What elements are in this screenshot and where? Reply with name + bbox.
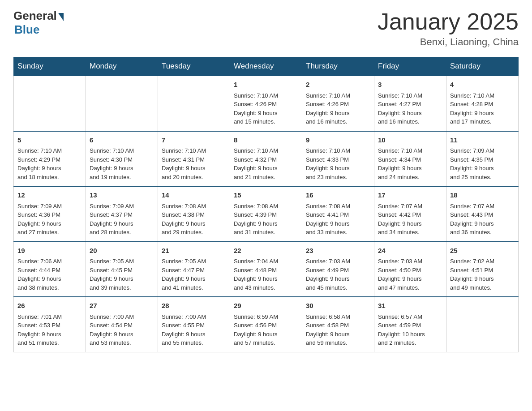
day-number: 19: [17, 246, 82, 256]
day-info: Sunrise: 7:07 AMSunset: 4:43 PMDaylight:…: [450, 202, 515, 237]
day-number: 21: [162, 246, 226, 256]
day-info: Sunrise: 7:09 AMSunset: 4:37 PMDaylight:…: [90, 202, 154, 237]
calendar-cell: 18Sunrise: 7:07 AMSunset: 4:43 PMDayligh…: [446, 186, 519, 242]
calendar-cell: 23Sunrise: 7:03 AMSunset: 4:49 PMDayligh…: [302, 242, 374, 297]
calendar-cell: 24Sunrise: 7:03 AMSunset: 4:50 PMDayligh…: [374, 242, 446, 297]
day-number: 4: [450, 80, 515, 90]
day-number: 23: [306, 246, 370, 256]
day-number: 24: [378, 246, 442, 256]
day-info: Sunrise: 7:10 AMSunset: 4:27 PMDaylight:…: [378, 91, 442, 126]
location-subtitle: Benxi, Liaoning, China: [378, 36, 519, 48]
calendar-header-saturday: Saturday: [446, 57, 519, 76]
day-info: Sunrise: 7:10 AMSunset: 4:26 PMDaylight:…: [234, 91, 298, 126]
calendar-week-row: 1Sunrise: 7:10 AMSunset: 4:26 PMDaylight…: [14, 76, 519, 131]
calendar-cell: 26Sunrise: 7:01 AMSunset: 4:53 PMDayligh…: [14, 297, 86, 352]
calendar-cell: 19Sunrise: 7:06 AMSunset: 4:44 PMDayligh…: [14, 242, 86, 297]
calendar-cell: 6Sunrise: 7:10 AMSunset: 4:30 PMDaylight…: [86, 131, 158, 187]
calendar-cell: 13Sunrise: 7:09 AMSunset: 4:37 PMDayligh…: [86, 186, 158, 242]
calendar-cell: 31Sunrise: 6:57 AMSunset: 4:59 PMDayligh…: [374, 297, 446, 352]
calendar-cell: 25Sunrise: 7:02 AMSunset: 4:51 PMDayligh…: [446, 242, 519, 297]
calendar-cell: 14Sunrise: 7:08 AMSunset: 4:38 PMDayligh…: [158, 186, 230, 242]
day-number: 2: [306, 80, 370, 90]
day-info: Sunrise: 7:02 AMSunset: 4:51 PMDaylight:…: [450, 257, 515, 292]
day-info: Sunrise: 7:05 AMSunset: 4:45 PMDaylight:…: [90, 257, 154, 292]
day-info: Sunrise: 7:07 AMSunset: 4:42 PMDaylight:…: [378, 202, 442, 237]
day-number: 5: [17, 135, 82, 146]
day-info: Sunrise: 7:10 AMSunset: 4:29 PMDaylight:…: [17, 146, 82, 181]
day-number: 22: [234, 246, 298, 256]
day-info: Sunrise: 6:57 AMSunset: 4:59 PMDaylight:…: [378, 313, 442, 347]
calendar-week-row: 12Sunrise: 7:09 AMSunset: 4:36 PMDayligh…: [14, 186, 519, 242]
calendar-cell: 4Sunrise: 7:10 AMSunset: 4:28 PMDaylight…: [446, 76, 519, 131]
day-info: Sunrise: 6:59 AMSunset: 4:56 PMDaylight:…: [234, 313, 298, 347]
calendar-cell: 27Sunrise: 7:00 AMSunset: 4:54 PMDayligh…: [86, 297, 158, 352]
day-number: 1: [234, 80, 298, 90]
day-info: Sunrise: 7:05 AMSunset: 4:47 PMDaylight:…: [162, 257, 226, 292]
day-number: 31: [378, 301, 442, 311]
calendar-cell: 28Sunrise: 7:00 AMSunset: 4:55 PMDayligh…: [158, 297, 230, 352]
logo: General Blue: [13, 9, 64, 37]
day-info: Sunrise: 7:09 AMSunset: 4:35 PMDaylight:…: [450, 146, 515, 181]
day-number: 15: [234, 190, 298, 201]
calendar-cell: 7Sunrise: 7:10 AMSunset: 4:31 PMDaylight…: [158, 131, 230, 187]
day-info: Sunrise: 7:10 AMSunset: 4:28 PMDaylight:…: [450, 91, 515, 126]
calendar-cell: 22Sunrise: 7:04 AMSunset: 4:48 PMDayligh…: [230, 242, 302, 297]
calendar-cell: 20Sunrise: 7:05 AMSunset: 4:45 PMDayligh…: [86, 242, 158, 297]
calendar-cell: 3Sunrise: 7:10 AMSunset: 4:27 PMDaylight…: [374, 76, 446, 131]
day-number: 7: [162, 135, 226, 146]
day-info: Sunrise: 7:10 AMSunset: 4:26 PMDaylight:…: [306, 91, 370, 126]
day-info: Sunrise: 7:10 AMSunset: 4:34 PMDaylight:…: [378, 146, 442, 181]
calendar-header-thursday: Thursday: [302, 57, 374, 76]
logo-triangle-icon: [58, 13, 64, 21]
calendar-cell: 12Sunrise: 7:09 AMSunset: 4:36 PMDayligh…: [14, 186, 86, 242]
calendar-header-friday: Friday: [374, 57, 446, 76]
calendar-header-sunday: Sunday: [14, 57, 86, 76]
day-number: 11: [450, 135, 515, 146]
day-info: Sunrise: 7:00 AMSunset: 4:54 PMDaylight:…: [90, 313, 154, 347]
day-number: 25: [450, 246, 515, 256]
day-info: Sunrise: 7:10 AMSunset: 4:32 PMDaylight:…: [234, 146, 298, 181]
calendar-week-row: 26Sunrise: 7:01 AMSunset: 4:53 PMDayligh…: [14, 297, 519, 352]
day-info: Sunrise: 7:03 AMSunset: 4:49 PMDaylight:…: [306, 257, 370, 292]
calendar-header-wednesday: Wednesday: [230, 57, 302, 76]
day-number: 29: [234, 301, 298, 311]
day-info: Sunrise: 7:09 AMSunset: 4:36 PMDaylight:…: [17, 202, 82, 237]
day-info: Sunrise: 7:08 AMSunset: 4:41 PMDaylight:…: [306, 202, 370, 237]
calendar-cell: 21Sunrise: 7:05 AMSunset: 4:47 PMDayligh…: [158, 242, 230, 297]
day-info: Sunrise: 7:08 AMSunset: 4:39 PMDaylight:…: [234, 202, 298, 237]
day-number: 13: [90, 190, 154, 201]
calendar-cell: 29Sunrise: 6:59 AMSunset: 4:56 PMDayligh…: [230, 297, 302, 352]
calendar-cell: 30Sunrise: 6:58 AMSunset: 4:58 PMDayligh…: [302, 297, 374, 352]
day-info: Sunrise: 7:03 AMSunset: 4:50 PMDaylight:…: [378, 257, 442, 292]
day-number: 3: [378, 80, 442, 90]
day-info: Sunrise: 7:06 AMSunset: 4:44 PMDaylight:…: [17, 257, 82, 292]
day-number: 16: [306, 190, 370, 201]
day-info: Sunrise: 7:01 AMSunset: 4:53 PMDaylight:…: [17, 313, 82, 347]
calendar-cell: 2Sunrise: 7:10 AMSunset: 4:26 PMDaylight…: [302, 76, 374, 131]
day-number: 20: [90, 246, 154, 256]
day-number: 12: [17, 190, 82, 201]
day-info: Sunrise: 7:08 AMSunset: 4:38 PMDaylight:…: [162, 202, 226, 237]
calendar-cell: [446, 297, 519, 352]
day-number: 27: [90, 301, 154, 311]
logo-general-text: General: [13, 9, 57, 23]
calendar-cell: 10Sunrise: 7:10 AMSunset: 4:34 PMDayligh…: [374, 131, 446, 187]
day-info: Sunrise: 6:58 AMSunset: 4:58 PMDaylight:…: [306, 313, 370, 347]
calendar-cell: 11Sunrise: 7:09 AMSunset: 4:35 PMDayligh…: [446, 131, 519, 187]
calendar-header-row: SundayMondayTuesdayWednesdayThursdayFrid…: [14, 57, 519, 76]
day-number: 17: [378, 190, 442, 201]
calendar-week-row: 5Sunrise: 7:10 AMSunset: 4:29 PMDaylight…: [14, 131, 519, 187]
calendar-table: SundayMondayTuesdayWednesdayThursdayFrid…: [13, 57, 519, 352]
calendar-cell: 9Sunrise: 7:10 AMSunset: 4:33 PMDaylight…: [302, 131, 374, 187]
title-block: January 2025 Benxi, Liaoning, China: [378, 9, 519, 48]
day-info: Sunrise: 7:10 AMSunset: 4:30 PMDaylight:…: [90, 146, 154, 181]
calendar-cell: [86, 76, 158, 131]
calendar-week-row: 19Sunrise: 7:06 AMSunset: 4:44 PMDayligh…: [14, 242, 519, 297]
day-info: Sunrise: 7:10 AMSunset: 4:31 PMDaylight:…: [162, 146, 226, 181]
calendar-cell: [14, 76, 86, 131]
calendar-cell: 15Sunrise: 7:08 AMSunset: 4:39 PMDayligh…: [230, 186, 302, 242]
day-info: Sunrise: 7:00 AMSunset: 4:55 PMDaylight:…: [162, 313, 226, 347]
day-number: 9: [306, 135, 370, 146]
calendar-header-tuesday: Tuesday: [158, 57, 230, 76]
day-number: 8: [234, 135, 298, 146]
